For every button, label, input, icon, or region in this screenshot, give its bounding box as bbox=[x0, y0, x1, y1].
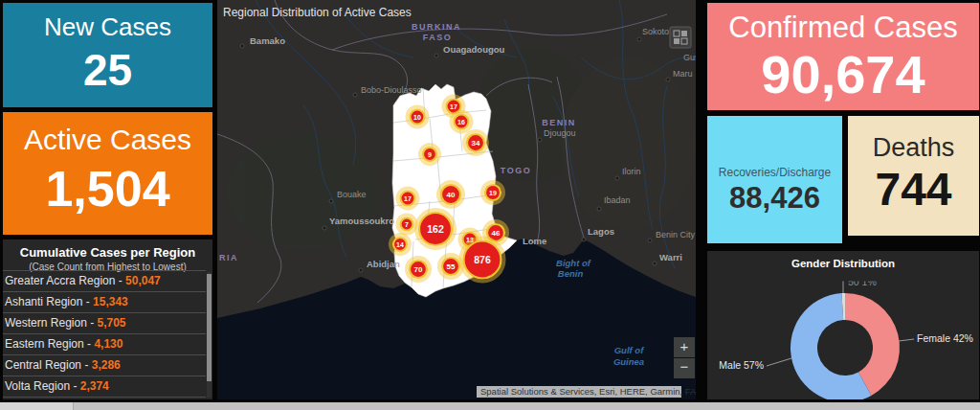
case-bubble[interactable]: 162 bbox=[416, 210, 455, 248]
case-bubble[interactable]: 70 bbox=[407, 258, 430, 281]
confirmed-cases-value: 90,674 bbox=[707, 43, 979, 105]
city-dot bbox=[666, 78, 670, 81]
region-list[interactable]: Greater Accra Region - 50,047Ashanti Reg… bbox=[3, 270, 206, 399]
city-label: Lome bbox=[523, 236, 546, 246]
svg-text:−: − bbox=[680, 358, 689, 375]
case-bubble-value: 16 bbox=[457, 119, 465, 125]
city-label: Bouake bbox=[337, 190, 367, 199]
case-bubble[interactable]: 876 bbox=[461, 239, 504, 282]
city-label: Ouagadougou bbox=[443, 44, 505, 55]
svg-text:Spatial Solutions & Services,: Spatial Solutions & Services, Esri, HERE… bbox=[480, 386, 696, 397]
city-dot bbox=[615, 176, 619, 180]
case-bubble-value: 7 bbox=[405, 221, 409, 228]
confirmed-cases-panel: Confirmed Cases 90,674 bbox=[707, 3, 979, 110]
city-dot bbox=[434, 54, 438, 57]
case-bubble-value: 9 bbox=[428, 151, 432, 158]
case-bubble[interactable]: 10 bbox=[408, 107, 428, 127]
map-canvas[interactable]: BamakoOuagadougouBobo-DioulassoSokotoGus… bbox=[217, 0, 696, 399]
new-cases-panel: New Cases 25 bbox=[3, 3, 212, 107]
case-bubble-value: 70 bbox=[414, 265, 423, 274]
case-bubble-value: 876 bbox=[474, 254, 491, 265]
gender-panel: Gender Distribution Female 42%Male 57%50… bbox=[707, 251, 979, 399]
city-label: Yamoussoukro bbox=[329, 216, 394, 226]
recoveries-label: Recoveries/Discharge bbox=[707, 166, 842, 179]
recoveries-value: 88,426 bbox=[707, 181, 842, 216]
region-row: Greater Accra Region - 50,047 bbox=[3, 270, 206, 292]
water-label: Guinea bbox=[613, 356, 644, 367]
case-bubble-value: 17 bbox=[404, 195, 412, 202]
case-bubble[interactable]: 7 bbox=[398, 216, 416, 234]
city-label: Benin City bbox=[656, 230, 696, 239]
city-dot bbox=[648, 239, 652, 242]
case-bubble[interactable]: 17 bbox=[398, 189, 418, 209]
city-dot bbox=[323, 226, 326, 230]
case-bubble-value: 46 bbox=[492, 229, 501, 238]
zoom-out-button[interactable]: − bbox=[674, 358, 695, 378]
case-bubble-value: 55 bbox=[447, 262, 456, 271]
case-bubble-value: 14 bbox=[396, 241, 404, 248]
city-label: Sokoto bbox=[642, 27, 669, 36]
country-label: FASO bbox=[423, 33, 453, 42]
clipped-label-mask bbox=[840, 274, 898, 282]
donut-label: Female 42% bbox=[917, 332, 973, 344]
map-title: Regional Distribution of Active Cases bbox=[223, 6, 412, 19]
city-label: Lagos bbox=[588, 226, 614, 237]
city-label: Bobo-Dioulasso bbox=[361, 85, 422, 95]
case-bubble[interactable]: 9 bbox=[420, 145, 439, 164]
city-label: Gusau bbox=[683, 53, 696, 62]
city-dot bbox=[538, 138, 542, 142]
country-label: TOGO bbox=[501, 166, 531, 175]
new-cases-value: 25 bbox=[3, 44, 212, 96]
svg-text:+: + bbox=[680, 338, 689, 354]
region-row: Eastern Region - 4,130 bbox=[3, 334, 206, 355]
region-list-scrollbar[interactable] bbox=[207, 272, 212, 398]
city-dot bbox=[359, 268, 363, 272]
city-dot bbox=[637, 37, 641, 41]
water-label: Benin bbox=[558, 268, 584, 279]
deaths-label: Deaths bbox=[848, 133, 979, 163]
region-row: Ashanti Region - 15,343 bbox=[3, 292, 206, 313]
city-dot bbox=[329, 199, 333, 203]
active-cases-label: Active Cases bbox=[3, 124, 212, 156]
deaths-panel: Deaths 744 bbox=[848, 116, 979, 236]
donut-label-line bbox=[899, 339, 914, 341]
city-dot bbox=[240, 44, 244, 48]
active-cases-value: 1,504 bbox=[3, 160, 212, 217]
city-dot bbox=[653, 262, 657, 265]
city-dot bbox=[597, 207, 601, 211]
region-row: Volta Region - 2,374 bbox=[3, 376, 206, 398]
city-label: Warri bbox=[659, 252, 682, 262]
city-dot bbox=[353, 93, 357, 97]
new-cases-label: New Cases bbox=[3, 12, 212, 42]
horizontal-scrollbar-thumb[interactable] bbox=[73, 402, 980, 410]
case-bubble[interactable]: 19 bbox=[482, 182, 503, 203]
zoom-in-button[interactable]: + bbox=[674, 337, 695, 357]
region-row: Northern Region - 1,644 bbox=[3, 398, 206, 399]
horizontal-scrollbar[interactable] bbox=[0, 402, 980, 410]
region-list-panel: Cumulative Cases per Region (Case Count … bbox=[3, 239, 212, 399]
region-list-scrollbar-thumb[interactable] bbox=[207, 274, 212, 381]
city-label: Bamako bbox=[250, 35, 285, 46]
case-bubble[interactable]: 34 bbox=[464, 131, 487, 154]
case-bubble[interactable]: 55 bbox=[439, 255, 462, 278]
donut-label-line bbox=[767, 358, 791, 366]
case-bubble-value: 19 bbox=[489, 190, 497, 196]
country-label: BENIN bbox=[542, 118, 576, 127]
dashboard: New Cases 25 Active Cases 1,504 Cumulati… bbox=[0, 0, 980, 410]
case-bubble-value: 17 bbox=[450, 103, 457, 110]
recoveries-panel: Recoveries/Discharge 88,426 bbox=[707, 116, 842, 243]
case-bubble[interactable]: 40 bbox=[438, 182, 463, 207]
case-bubble-value: 40 bbox=[447, 191, 456, 199]
case-bubble[interactable]: 14 bbox=[390, 235, 410, 254]
case-bubble-value: 162 bbox=[427, 223, 444, 235]
case-bubble[interactable]: 16 bbox=[452, 112, 472, 132]
gender-donut-chart: Female 42%Male 57%50 1% bbox=[707, 251, 979, 399]
basemap-grid-icon[interactable] bbox=[670, 27, 691, 48]
city-dot bbox=[582, 238, 586, 241]
city-label: Ilorin bbox=[622, 167, 641, 176]
confirmed-cases-label: Confirmed Cases bbox=[707, 11, 979, 45]
map-panel[interactable]: Regional Distribution of Active Cases bbox=[217, 0, 696, 399]
city-label: Djougou bbox=[544, 128, 576, 138]
country-label: RIA bbox=[219, 253, 238, 262]
region-row: Central Region - 3,286 bbox=[3, 355, 206, 376]
